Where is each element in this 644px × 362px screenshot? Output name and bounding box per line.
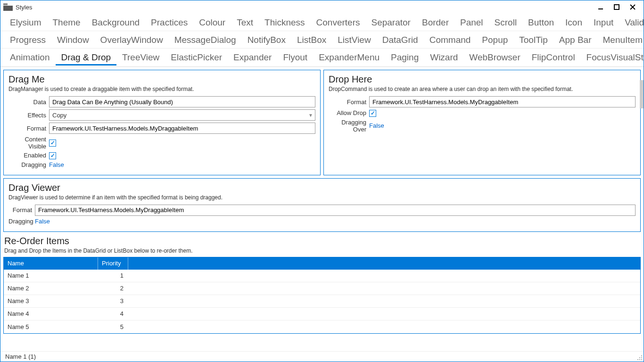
tab-panel[interactable]: Panel xyxy=(454,16,489,30)
tab-scroll[interactable]: Scroll xyxy=(489,16,523,30)
cell-name: Name 5 xyxy=(4,323,98,330)
tab-button[interactable]: Button xyxy=(522,16,560,30)
tab-messagedialog[interactable]: MessageDialog xyxy=(169,33,242,47)
dragging-over-value: False xyxy=(369,122,384,129)
panel-drop-here: Drop Here DropCommand is used to create … xyxy=(323,70,641,175)
panel-desc: DragViewer is used to determine if an it… xyxy=(8,194,636,201)
resize-grip[interactable] xyxy=(637,355,643,361)
format-input[interactable] xyxy=(369,96,636,107)
tab-window[interactable]: Window xyxy=(51,33,95,47)
tab-expandermenu[interactable]: ExpanderMenu xyxy=(313,50,385,66)
tab-converters[interactable]: Converters xyxy=(311,16,366,30)
format-input[interactable] xyxy=(35,205,636,216)
reorder-grid[interactable]: Name Priority Name 11Name 22Name 33Name … xyxy=(3,257,641,334)
panel-drag-me: Drag Me DragManager is used to create a … xyxy=(3,70,321,175)
table-row[interactable]: Name 55 xyxy=(4,321,640,333)
label-dragging: Dragging xyxy=(8,161,49,168)
content-visible-checkbox[interactable] xyxy=(49,140,56,147)
tab-menuitem[interactable]: MenuItem xyxy=(597,33,644,47)
tab-practices[interactable]: Practices xyxy=(145,16,193,30)
col-header-rest xyxy=(128,257,640,270)
tab-notifybox[interactable]: NotifyBox xyxy=(242,33,291,47)
tab-tooltip[interactable]: ToolTip xyxy=(513,33,553,47)
tab-flipcontrol[interactable]: FlipControl xyxy=(526,50,581,66)
tab-animation[interactable]: Animation xyxy=(4,50,56,66)
allow-drop-checkbox[interactable] xyxy=(369,110,376,117)
label-format: Format xyxy=(329,99,369,106)
effects-select[interactable]: Copy ▼ xyxy=(49,109,315,121)
label-dragging-over: Dragging Over xyxy=(329,119,369,133)
cell-priority: 2 xyxy=(98,285,128,292)
cell-name: Name 2 xyxy=(4,285,98,292)
tab-webbrowser[interactable]: WebBrowser xyxy=(463,50,526,66)
dragging-value: False xyxy=(49,161,64,168)
table-row[interactable]: Name 11 xyxy=(4,270,640,282)
maximize-button[interactable] xyxy=(609,1,625,13)
tab-validation[interactable]: Validation xyxy=(619,16,644,30)
table-row[interactable]: Name 33 xyxy=(4,295,640,308)
tab-datagrid[interactable]: DataGrid xyxy=(377,33,424,47)
label-content-visible: Content Visible xyxy=(8,136,49,150)
format-input[interactable] xyxy=(49,123,315,134)
vertical-scrollbar[interactable] xyxy=(640,80,644,108)
label-enabled: Enabled xyxy=(8,152,49,159)
cell-name: Name 4 xyxy=(4,310,98,317)
col-header-priority[interactable]: Priority xyxy=(98,257,128,270)
statusbar: Name 1 (1) xyxy=(0,351,644,362)
close-button[interactable] xyxy=(625,1,641,13)
tab-input[interactable]: Input xyxy=(588,16,619,30)
tab-colour[interactable]: Colour xyxy=(193,16,231,30)
dragging-value: False xyxy=(35,218,50,225)
tab-app-bar[interactable]: App Bar xyxy=(553,33,597,47)
tab-text[interactable]: Text xyxy=(231,16,259,30)
label-format: Format xyxy=(8,206,35,214)
tab-flyout[interactable]: Flyout xyxy=(277,50,313,66)
label-effects: Effects xyxy=(8,112,49,119)
data-input[interactable] xyxy=(49,96,315,107)
chevron-down-icon: ▼ xyxy=(308,113,313,118)
cell-priority: 5 xyxy=(98,323,128,330)
tab-popup[interactable]: Popup xyxy=(476,33,513,47)
label-dragging: Dragging xyxy=(8,218,35,225)
tab-progress[interactable]: Progress xyxy=(4,33,51,47)
tab-treeview[interactable]: TreeView xyxy=(116,50,165,66)
table-row[interactable]: Name 44 xyxy=(4,308,640,321)
content-area: Drag Me DragManager is used to create a … xyxy=(0,67,644,343)
cell-priority: 3 xyxy=(98,297,128,304)
titlebar: Styles xyxy=(0,0,644,14)
tab-theme[interactable]: Theme xyxy=(47,16,86,30)
label-data: Data xyxy=(8,99,49,106)
tab-separator[interactable]: Separator xyxy=(366,16,416,30)
cell-priority: 4 xyxy=(98,310,128,317)
tab-paging[interactable]: Paging xyxy=(385,50,424,66)
minimize-button[interactable] xyxy=(593,1,609,13)
enabled-checkbox[interactable] xyxy=(49,152,56,159)
tab-background[interactable]: Background xyxy=(86,16,145,30)
tab-wizard[interactable]: Wizard xyxy=(424,50,463,66)
tab-elysium[interactable]: Elysium xyxy=(4,16,47,30)
section-desc: Drag and Drop the Items in the DataGrid … xyxy=(4,247,641,254)
panel-desc: DropCommand is used to create an area wh… xyxy=(329,86,636,92)
tab-strip: ElysiumThemeBackgroundPracticesColourTex… xyxy=(0,14,644,67)
cell-priority: 1 xyxy=(98,272,128,279)
panel-title: Drop Here xyxy=(329,74,636,85)
tab-listbox[interactable]: ListBox xyxy=(291,33,332,47)
status-text: Name 1 (1) xyxy=(5,353,36,360)
panel-drag-viewer: Drag Viewer DragViewer is used to determ… xyxy=(3,178,641,232)
effects-value: Copy xyxy=(52,112,66,119)
tab-overlaywindow[interactable]: OverlayWindow xyxy=(95,33,169,47)
window-title: Styles xyxy=(16,4,32,11)
tab-command[interactable]: Command xyxy=(424,33,477,47)
tab-icon[interactable]: Icon xyxy=(560,16,588,30)
col-header-name[interactable]: Name xyxy=(4,257,98,270)
tab-listview[interactable]: ListView xyxy=(332,33,376,47)
tab-focusvisualstyle[interactable]: FocusVisualStyle xyxy=(581,50,644,66)
tab-expander[interactable]: Expander xyxy=(228,50,277,66)
grid-header: Name Priority xyxy=(4,257,640,270)
table-row[interactable]: Name 22 xyxy=(4,282,640,295)
tab-drag-drop[interactable]: Drag & Drop xyxy=(56,50,117,66)
tab-border[interactable]: Border xyxy=(416,16,454,30)
tab-elasticpicker[interactable]: ElasticPicker xyxy=(165,50,228,66)
tab-thickness[interactable]: Thickness xyxy=(259,16,311,30)
panel-title: Drag Me xyxy=(8,74,315,85)
